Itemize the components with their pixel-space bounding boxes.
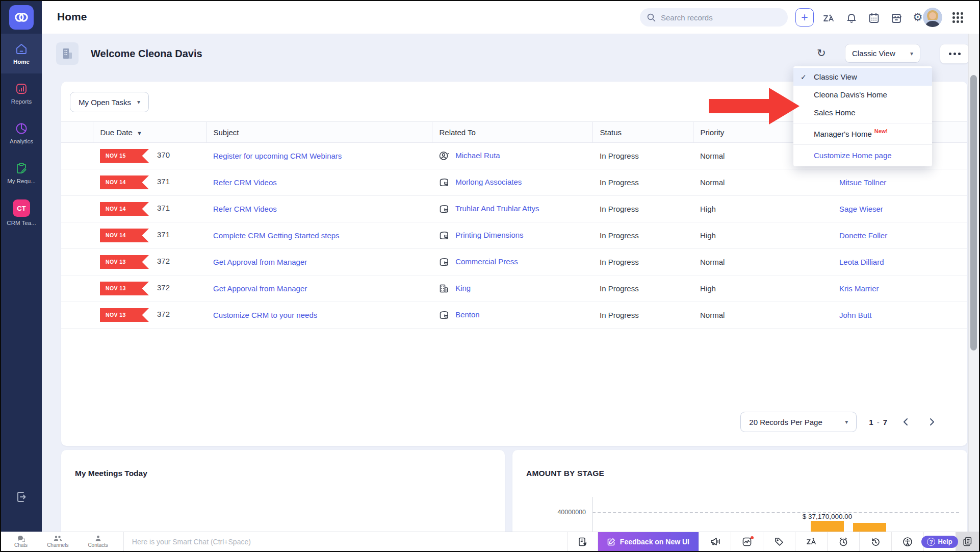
contact-name-link[interactable]: Sage Wieser: [839, 205, 883, 213]
contact-name-link[interactable]: Mitsue Tollner: [839, 178, 886, 187]
zoho-crm-logo[interactable]: [9, 5, 34, 30]
related-to-link[interactable]: King: [455, 284, 471, 292]
col-status[interactable]: Status: [592, 122, 693, 143]
menu-item-classic-view[interactable]: ✓ Classic View: [793, 68, 932, 86]
home-view-selector[interactable]: Classic View ▾: [845, 44, 920, 63]
prev-page-icon[interactable]: [899, 415, 913, 429]
app-window: Home + ⚙: [0, 0, 980, 552]
more-options-button[interactable]: [940, 44, 969, 64]
signals-activity-icon[interactable]: [731, 532, 763, 551]
due-date-badge: NOV 14: [100, 229, 149, 242]
deal-briefcase-icon: [439, 257, 449, 267]
contact-name-link[interactable]: Donette Foller: [839, 231, 887, 240]
check-icon: ✓: [801, 73, 814, 81]
task-row[interactable]: NOV 14371 Refer CRM Videos Truhlar And T…: [61, 196, 967, 222]
sort-desc-icon: ▼: [137, 130, 142, 136]
app-grid-icon[interactable]: [952, 12, 965, 23]
contact-name-link[interactable]: Kris Marrier: [839, 284, 879, 293]
sidebar-item-reports[interactable]: Reports: [1, 73, 42, 113]
calendar-icon[interactable]: [868, 12, 880, 24]
related-to-link[interactable]: Michael Ruta: [455, 151, 500, 160]
vertical-scrollbar[interactable]: [968, 34, 979, 532]
task-subject-link[interactable]: Complete CRM Getting Started steps: [213, 231, 340, 240]
zia-assistant-icon[interactable]: [795, 532, 827, 551]
analytics-icon: [15, 122, 28, 135]
related-to-link[interactable]: Benton: [455, 310, 480, 319]
col-due-date[interactable]: Due Date▼: [93, 122, 206, 143]
chats-button[interactable]: Chats: [14, 535, 28, 548]
tag-icon[interactable]: [763, 532, 795, 551]
quick-create-button[interactable]: +: [795, 8, 814, 27]
menu-item-sales-home[interactable]: Sales Home: [793, 104, 932, 121]
user-avatar[interactable]: [923, 8, 942, 27]
history-icon[interactable]: [859, 532, 891, 551]
refresh-icon[interactable]: ↻: [817, 47, 826, 59]
menu-item-managers-home[interactable]: Manager's Home New!: [793, 125, 932, 143]
task-row[interactable]: NOV 14371 Refer CRM Videos Morlong Assoc…: [61, 169, 967, 196]
menu-item-cleona-davis-home[interactable]: Cleona Davis's Home: [793, 86, 932, 104]
task-status: In Progress: [592, 302, 693, 329]
alarm-clock-icon[interactable]: [827, 532, 859, 551]
marketplace-icon[interactable]: [890, 12, 902, 24]
clipboard-icon[interactable]: [956, 532, 979, 551]
contact-name-link[interactable]: John Butt: [839, 311, 871, 319]
next-page-icon[interactable]: [925, 415, 938, 429]
related-to-link[interactable]: Printing Dimensions: [455, 231, 523, 239]
question-icon: ?: [927, 538, 935, 546]
task-subject-link[interactable]: Register for upcoming CRM Webinars: [213, 152, 342, 160]
contact-name-link[interactable]: Leota Dilliard: [839, 258, 884, 266]
col-related-to[interactable]: Related To: [432, 122, 592, 143]
task-subject-link[interactable]: Customize CRM to your needs: [213, 311, 317, 319]
records-per-page-dropdown[interactable]: 20 Records Per Page ▾: [740, 412, 857, 432]
due-date-badge: NOV 13: [100, 255, 149, 269]
smart-chat[interactable]: [124, 532, 568, 551]
zia-icon[interactable]: [822, 12, 834, 24]
feedback-button[interactable]: Feedback on New UI: [598, 532, 699, 551]
due-date-badge: NOV 14: [100, 202, 149, 216]
due-date-badge: NOV 13: [100, 282, 149, 295]
pagination: 20 Records Per Page ▾ 1-7: [740, 412, 938, 432]
col-subject[interactable]: Subject: [206, 122, 432, 143]
announcements-megaphone-icon[interactable]: [699, 532, 731, 551]
accessibility-icon[interactable]: [891, 532, 923, 551]
task-subject-link[interactable]: Refer CRM Videos: [213, 178, 277, 187]
chevron-down-icon: ▾: [137, 98, 140, 106]
task-row[interactable]: NOV 13372 Get Approval from Manager Comm…: [61, 249, 967, 275]
help-cell[interactable]: ? Help: [923, 532, 956, 551]
task-row[interactable]: NOV 13372 Customize CRM to your needs Be…: [61, 302, 967, 329]
sidebar-item-analytics[interactable]: Analytics: [1, 113, 42, 153]
group-icon: [54, 535, 62, 542]
task-subject-link[interactable]: Refer CRM Videos: [213, 205, 277, 213]
related-to-link[interactable]: Truhlar And Truhlar Attys: [455, 204, 539, 213]
sidebar-item-crm-team[interactable]: CT CRM Tea...: [1, 193, 42, 233]
search-input[interactable]: [660, 13, 781, 22]
chat-bubble-icon: [17, 535, 25, 542]
menu-item-customize-home-page[interactable]: Customize Home page: [793, 146, 932, 164]
sidebar-item-home[interactable]: Home: [1, 34, 42, 73]
global-search[interactable]: [640, 8, 788, 27]
sidebar-exit-icon[interactable]: [1, 490, 42, 504]
help-button[interactable]: ? Help: [921, 536, 958, 548]
task-subject-link[interactable]: Get Apporval from Manager: [213, 284, 307, 293]
task-subject-link[interactable]: Get Approval from Manager: [213, 258, 307, 266]
task-row[interactable]: NOV 14371 Complete CRM Getting Started s…: [61, 222, 967, 249]
task-filter-dropdown[interactable]: My Open Tasks ▾: [70, 92, 149, 112]
scrollbar-thumb[interactable]: [970, 75, 977, 350]
due-date-badge: NOV 15: [100, 149, 149, 163]
deal-briefcase-icon: [439, 178, 449, 187]
task-id: 370: [157, 150, 170, 159]
task-status: In Progress: [592, 196, 693, 222]
channels-button[interactable]: Channels: [47, 535, 68, 548]
compose-doc-icon[interactable]: [568, 532, 598, 551]
smart-chat-input[interactable]: [124, 537, 568, 546]
task-priority: Normal: [693, 169, 832, 196]
task-row[interactable]: NOV 13372 Get Apporval from Manager King…: [61, 275, 967, 302]
due-date-badge: NOV 13: [100, 308, 149, 322]
notifications-bell-icon[interactable]: [845, 12, 858, 24]
sidebar-item-my-requests[interactable]: My Requ...: [1, 153, 42, 193]
contacts-button[interactable]: Contacts: [88, 535, 108, 548]
related-to-link[interactable]: Commercial Press: [455, 257, 518, 266]
related-to-link[interactable]: Morlong Associates: [455, 178, 522, 186]
task-priority: High: [693, 196, 832, 222]
chevron-down-icon: ▾: [845, 418, 848, 425]
